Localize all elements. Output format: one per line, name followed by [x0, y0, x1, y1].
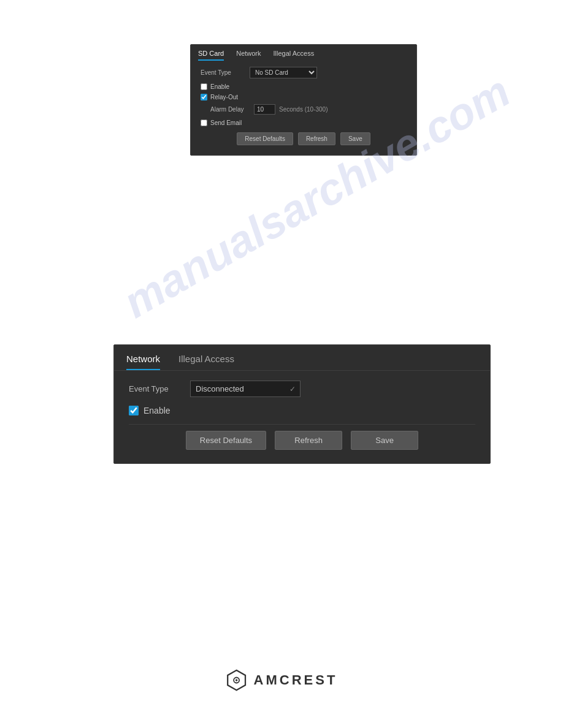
top-enable-label: Enable	[210, 83, 229, 90]
top-event-type-label: Event Type	[201, 69, 250, 76]
main-enable-checkbox[interactable]	[129, 406, 139, 415]
top-email-label: Send Email	[210, 119, 242, 126]
top-reset-button[interactable]: Reset Defaults	[237, 132, 293, 145]
main-event-type-select[interactable]: Disconnected	[190, 381, 301, 397]
amcrest-logo-icon	[226, 669, 248, 691]
main-tab-content: Event Type Disconnected Enable Reset Def…	[114, 371, 490, 463]
top-relay-label: Relay-Out	[210, 94, 238, 100]
top-tab-network[interactable]: Network	[236, 50, 261, 61]
top-alarm-label: Alarm Delay	[210, 106, 250, 113]
top-refresh-button[interactable]: Refresh	[298, 132, 335, 145]
main-enable-label: Enable	[144, 406, 170, 415]
top-email-row: Send Email	[201, 119, 407, 126]
top-tab-sdcard[interactable]: SD Card	[198, 50, 224, 61]
main-tab-network[interactable]: Network	[126, 354, 160, 370]
top-relay-row: Relay-Out	[201, 94, 407, 100]
main-button-row: Reset Defaults Refresh Save	[129, 425, 475, 453]
main-enable-row: Enable	[129, 406, 475, 415]
top-tabs: SD Card Network Illegal Access	[191, 45, 416, 61]
top-tab-illegal[interactable]: Illegal Access	[274, 50, 315, 61]
top-enable-row: Enable	[201, 83, 407, 90]
main-reset-button[interactable]: Reset Defaults	[186, 431, 266, 450]
top-event-type-select[interactable]: No SD Card	[250, 67, 317, 78]
top-tab-content: Event Type No SD Card Enable Relay-Out A…	[191, 61, 416, 155]
main-refresh-button[interactable]: Refresh	[275, 431, 342, 450]
main-event-type-label: Event Type	[129, 384, 190, 393]
top-enable-checkbox[interactable]	[201, 83, 207, 90]
amcrest-logo-text: AMCREST	[254, 672, 338, 688]
top-relay-checkbox[interactable]	[201, 94, 207, 100]
top-panel: SD Card Network Illegal Access Event Typ…	[190, 44, 417, 156]
top-alarm-row: Alarm Delay Seconds (10-300)	[210, 104, 407, 115]
main-event-type-row: Event Type Disconnected	[129, 381, 475, 397]
top-button-row: Reset Defaults Refresh Save	[201, 132, 407, 148]
main-event-type-wrapper: Disconnected	[190, 381, 301, 397]
top-alarm-input[interactable]	[254, 104, 275, 115]
main-tabs: Network Illegal Access	[114, 345, 490, 370]
top-event-type-row: Event Type No SD Card	[201, 67, 407, 78]
main-save-button[interactable]: Save	[351, 431, 418, 450]
top-alarm-hint: Seconds (10-300)	[279, 106, 328, 113]
top-save-button[interactable]: Save	[340, 132, 370, 145]
top-email-checkbox[interactable]	[201, 119, 207, 126]
main-tab-illegal[interactable]: Illegal Access	[178, 354, 234, 370]
svg-point-2	[236, 679, 238, 681]
logo-area: AMCREST	[226, 669, 338, 691]
main-panel: Network Illegal Access Event Type Discon…	[113, 344, 491, 464]
